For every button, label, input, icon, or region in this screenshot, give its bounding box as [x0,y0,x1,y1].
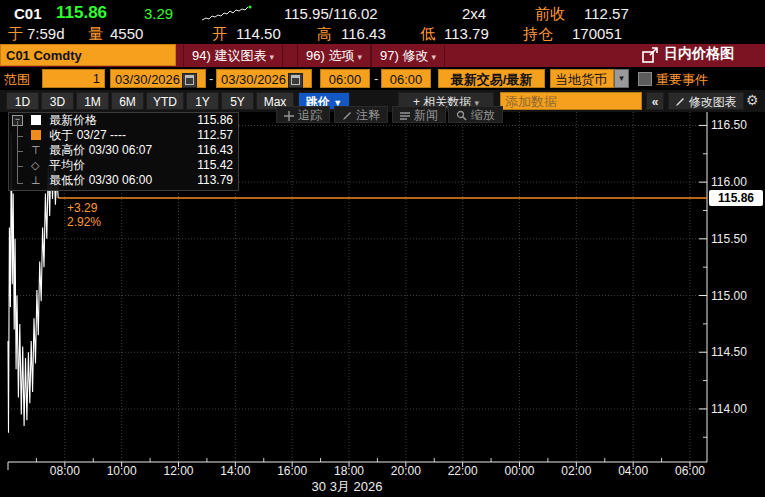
collapse-panel-button[interactable]: « [646,92,664,110]
series-swatch-white [31,115,41,125]
tab-ytd[interactable]: YTD [146,92,184,110]
x-axis-label: 02:00 [554,464,598,478]
y-axis-label: 115.50 [711,232,763,246]
legend-label: 最低价 03/30 06:00 [49,173,152,187]
legend-label: 最新价格 [49,113,97,127]
low-value: 113.79 [444,25,489,42]
tab-1m[interactable]: 1M [76,92,109,110]
x-axis-label: 18:00 [327,464,371,478]
menu-edit[interactable]: 97) 修改▾ [371,44,445,67]
chevron-down-icon: ▾ [431,52,436,62]
calendar-icon[interactable] [288,73,303,88]
open-label: 开 [212,25,227,44]
lot-size: 2x4 [462,5,486,22]
tab-5y[interactable]: 5Y [221,92,254,110]
crosshair-icon [284,111,294,121]
menu-suggested-charts[interactable]: 94) 建议图表▾ [183,44,283,67]
chevron-down-icon: ▾ [357,52,362,62]
track-button[interactable]: 追踪 [276,106,330,123]
magnifier-icon [456,110,467,121]
edit-chart-button[interactable]: 修改图表 [668,92,744,110]
end-date-field[interactable]: 03/30/2026 [216,69,312,88]
legend-value: 113.79 [197,173,233,188]
currency-selector[interactable]: 当地货币 [550,69,614,88]
start-time-field[interactable]: 06:00 [320,69,370,88]
annotate-pencil-icon [342,111,352,121]
x-axis-date-label: 30 3月 2026 [292,478,402,496]
legend-row-close[interactable]: 收于 03/27 ---- 112.57 [9,128,238,143]
time-range-dash: - [374,71,378,86]
x-axis-label: 08:00 [43,464,87,478]
bid-ask: 115.95/116.02 [284,5,378,22]
y-axis-label: 114.50 [711,345,763,359]
volume-label: 量 [88,25,103,44]
at-time: 7:59d [27,25,65,42]
menu-edit-label: 97) 修改 [380,48,428,63]
range-label: 范围 [4,71,30,89]
security-field[interactable]: C01 Comdty [0,44,176,66]
x-axis-label: 16:00 [270,464,314,478]
end-time-field[interactable]: 06:00 [381,69,431,88]
edit-chart-label: 修改图表 [689,95,737,109]
range-count-input[interactable] [42,69,105,88]
menu-suggested-charts-label: 94) 建议图表 [192,48,266,63]
popout-icon[interactable] [642,47,659,64]
legend-row-low[interactable]: ⊥ 最低价 03/30 06:00 113.79 [9,173,238,188]
x-axis-label: 06:00 [668,464,712,478]
y-axis-label: 116.50 [711,118,763,132]
legend-row-last-price[interactable]: 最新价格 115.86 [9,113,238,128]
news-button[interactable]: 新闻 [392,106,446,123]
gear-icon[interactable]: ⚙ [746,92,759,108]
tab-6m[interactable]: 6M [111,92,144,110]
add-data-input[interactable] [500,92,642,110]
menu-options-label: 96) 选项 [306,48,354,63]
change-percent: 2.92% [67,215,101,229]
at-label: 于 [8,25,23,44]
annotate-label: 注释 [356,108,380,122]
high-label: 高 [317,25,332,44]
high-marker-icon: ⊤ [31,143,46,158]
legend-label: 最高价 03/30 06:07 [49,143,152,157]
legend-label: 平均价 [49,158,85,172]
x-axis-label: 14:00 [213,464,257,478]
menu-options[interactable]: 96) 选项▾ [297,44,371,67]
last-price-tag: 115.86 [709,190,763,206]
prev-close-value: 112.57 [584,5,629,22]
legend-row-high[interactable]: ⊤ 最高价 03/30 06:07 116.43 [9,143,238,158]
important-events-label: 重要事件 [656,71,708,89]
end-date-value: 03/30/2026 [221,72,286,87]
y-axis-label: 116.00 [711,175,763,189]
ticker: C01 [14,5,42,22]
start-date-value: 03/30/2026 [115,72,180,87]
legend-value: 116.43 [197,143,233,158]
start-date-field[interactable]: 03/30/2026 [110,69,206,88]
low-marker-icon: ⊥ [31,173,46,188]
x-axis-label: 00:00 [498,464,542,478]
tab-1y[interactable]: 1Y [186,92,219,110]
annotate-button[interactable]: 注释 [334,106,388,123]
zoom-label: 缩放 [471,108,495,122]
track-label: 追踪 [298,108,322,122]
legend-value: 112.57 [197,128,233,143]
pencil-icon [675,97,685,107]
price-change: 3.29 [144,5,173,22]
tab-3d[interactable]: 3D [41,92,74,110]
legend-value: 115.42 [197,158,233,173]
price-source-selector[interactable]: 最新交易/最新 [438,69,545,88]
calendar-icon[interactable] [182,73,197,88]
y-axis-label: 114.00 [711,402,763,416]
open-interest-value: 170051 [572,25,622,42]
chevron-down-icon: ▾ [269,52,274,62]
important-events-checkbox[interactable] [638,72,652,86]
change-annotation: +3.29 2.92% [67,201,101,229]
x-axis-label: 04:00 [611,464,655,478]
x-axis-label: 12:00 [157,464,201,478]
open-value: 114.50 [236,25,281,42]
currency-dropdown-arrow[interactable]: ▾ [614,69,629,88]
zoom-button[interactable]: 缩放 [448,106,503,123]
legend-row-average[interactable]: ◇ 平均价 115.42 [9,158,238,173]
series-swatch-orange [31,130,41,140]
sparkline-chart [200,5,254,23]
high-value: 116.43 [341,25,386,42]
tab-1d[interactable]: 1D [6,92,39,110]
